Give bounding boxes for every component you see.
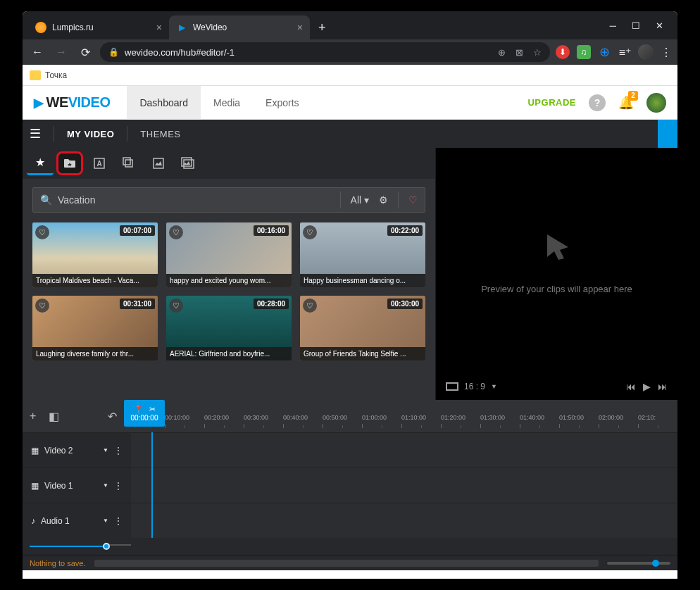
play-button[interactable]: ▶ xyxy=(643,381,651,392)
zoom-icon[interactable]: ⊕ xyxy=(498,47,506,58)
time-ruler[interactable]: 00:10:0000:20:0000:30:0000:40:0000:50:00… xyxy=(165,400,677,421)
settings-icon[interactable]: ⚙ xyxy=(379,194,388,206)
favorite-icon[interactable]: ♡ xyxy=(303,225,317,239)
clip-title: Tropical Maldives beach - Vaca... xyxy=(32,274,158,287)
tab-graphics-icon[interactable] xyxy=(145,151,172,175)
bookmark-item[interactable]: Точка xyxy=(45,70,67,80)
close-icon[interactable]: × xyxy=(156,22,162,33)
address-bar: ← → ⟳ 🔒 wevideo.com/hub#editor/-1 ⊕ ⊠ ☆ … xyxy=(23,39,677,65)
favicon-icon xyxy=(35,22,46,33)
help-button[interactable]: ? xyxy=(589,94,606,111)
track-menu-icon[interactable]: ⋮ xyxy=(114,481,123,491)
track-menu-icon[interactable]: ⋮ xyxy=(114,516,123,526)
back-button[interactable]: ← xyxy=(28,46,46,58)
aspect-icon[interactable] xyxy=(446,382,458,391)
star-icon[interactable]: ☆ xyxy=(533,47,542,58)
close-icon[interactable]: × xyxy=(297,22,303,33)
tab-my-video[interactable]: MY VIDEO xyxy=(67,129,114,139)
notifications-button[interactable]: 🔔 2 xyxy=(618,95,634,111)
tab-transitions-icon[interactable] xyxy=(115,151,142,175)
ruler-tick: 02:00:00 xyxy=(599,414,638,421)
ruler-tick: 01:30:00 xyxy=(480,414,520,421)
marker-icon: 📍 xyxy=(134,405,144,414)
upgrade-button[interactable]: UPGRADE xyxy=(527,97,576,108)
playhead[interactable]: 📍 ✂ 00:00:00 xyxy=(124,400,165,427)
favorite-icon[interactable]: ♡ xyxy=(169,225,183,239)
nav-media[interactable]: Media xyxy=(201,86,253,120)
chevron-down-icon[interactable]: ▼ xyxy=(103,482,108,489)
tab-favorites-icon[interactable]: ★ xyxy=(27,151,54,175)
favorite-icon[interactable]: ♡ xyxy=(35,225,49,239)
filter-dropdown[interactable]: All ▾ xyxy=(351,194,369,206)
chevron-down-icon[interactable]: ▼ xyxy=(491,383,497,390)
timeline-scrollbar[interactable] xyxy=(94,560,599,567)
panel-toggle[interactable] xyxy=(658,120,677,148)
profile-avatar[interactable] xyxy=(638,44,654,60)
clip-title: AERIAL: Girlfriend and boyfrie... xyxy=(166,347,292,360)
preview-placeholder-text: Preview of your clips will appear here xyxy=(481,284,632,294)
menu-icon[interactable]: ⋮ xyxy=(661,46,672,59)
prev-button[interactable]: ⏮ xyxy=(626,381,636,392)
tab-folder-icon[interactable] xyxy=(56,151,83,175)
track-name: Video 1 xyxy=(44,481,73,491)
user-avatar[interactable] xyxy=(646,93,666,113)
marker-button[interactable]: ◧ xyxy=(49,410,59,423)
browser-tab[interactable]: Lumpics.ru × xyxy=(28,15,169,39)
menu-icon[interactable]: ☰ xyxy=(30,126,41,142)
notification-badge: 2 xyxy=(628,91,638,101)
favorite-icon[interactable]: ♡ xyxy=(169,299,183,313)
forward-button[interactable]: → xyxy=(52,46,70,58)
zoom-slider[interactable] xyxy=(607,562,670,565)
media-clip[interactable]: ♡ 00:07:00 Tropical Maldives beach - Vac… xyxy=(32,222,158,287)
new-tab-button[interactable]: + xyxy=(310,15,335,39)
heart-icon[interactable]: ♡ xyxy=(408,194,418,206)
track-menu-icon[interactable]: ⋮ xyxy=(114,446,123,456)
timeline: + ◧ ↶ 📍 ✂ 00:00:00 00:10:0000:20:0000:30… xyxy=(23,400,677,570)
tab-backgrounds-icon[interactable] xyxy=(175,151,201,175)
media-grid: ♡ 00:07:00 Tropical Maldives beach - Vac… xyxy=(23,218,435,365)
translate-icon[interactable]: ⊠ xyxy=(515,47,523,58)
media-clip[interactable]: ♡ 00:30:00 Group of Friends Taking Selfi… xyxy=(300,296,425,360)
extension-icon[interactable]: ⊕ xyxy=(598,45,612,59)
track-lane[interactable] xyxy=(131,468,677,503)
add-track-button[interactable]: + xyxy=(30,410,36,422)
reload-button[interactable]: ⟳ xyxy=(76,46,94,59)
tab-text-icon[interactable]: A xyxy=(86,151,113,175)
maximize-button[interactable]: ☐ xyxy=(632,20,640,31)
volume-slider[interactable] xyxy=(30,546,106,547)
clip-title: Group of Friends Taking Selfie ... xyxy=(300,347,425,360)
favorite-icon[interactable]: ♡ xyxy=(35,299,49,313)
extension-icon[interactable]: ⬇ xyxy=(556,45,570,59)
divider xyxy=(54,126,54,142)
wevideo-logo[interactable]: ▶ WEVIDEO xyxy=(34,94,110,111)
preview-placeholder-icon xyxy=(537,227,577,267)
undo-button[interactable]: ↶ xyxy=(108,410,117,423)
nav-exports[interactable]: Exports xyxy=(253,86,311,120)
clip-duration: 00:30:00 xyxy=(387,299,423,309)
track-lane[interactable] xyxy=(131,503,677,538)
nav-dashboard[interactable]: Dashboard xyxy=(127,86,201,120)
media-clip[interactable]: ♡ 00:16:00 happy and excited young wom..… xyxy=(166,222,292,287)
reading-list-icon[interactable]: ≡⁺ xyxy=(619,46,631,59)
play-icon: ▶ xyxy=(34,95,44,111)
url-input[interactable]: 🔒 wevideo.com/hub#editor/-1 ⊕ ⊠ ☆ xyxy=(100,42,550,62)
favorite-icon[interactable]: ♡ xyxy=(303,299,317,313)
track-type-icon: ♪ xyxy=(31,516,35,526)
timeline-track: ▦ Video 1 ▼ ⋮ xyxy=(23,467,677,503)
tab-themes[interactable]: THEMES xyxy=(140,129,180,139)
browser-tab[interactable]: ▶ WeVideo × xyxy=(169,15,310,39)
track-lane[interactable] xyxy=(131,433,677,467)
chevron-down-icon[interactable]: ▼ xyxy=(103,447,108,453)
close-window-button[interactable]: ✕ xyxy=(656,20,663,31)
media-clip[interactable]: ♡ 00:22:00 Happy businessman dancing o..… xyxy=(300,222,425,287)
extension-icon[interactable]: ♫ xyxy=(577,45,591,59)
media-clip[interactable]: ♡ 00:28:00 AERIAL: Girlfriend and boyfri… xyxy=(166,296,292,360)
minimize-button[interactable]: ─ xyxy=(610,20,616,31)
media-clip[interactable]: ♡ 00:31:00 Laughing diverse family or th… xyxy=(32,296,158,360)
volume-thumb[interactable] xyxy=(103,543,110,550)
status-bar: Nothing to save. xyxy=(23,555,677,570)
search-input[interactable]: 🔍 Vacation All ▾ ⚙ ♡ xyxy=(32,187,425,213)
next-button[interactable]: ⏭ xyxy=(658,381,668,392)
track-name: Audio 1 xyxy=(41,516,70,526)
chevron-down-icon[interactable]: ▼ xyxy=(103,517,108,524)
